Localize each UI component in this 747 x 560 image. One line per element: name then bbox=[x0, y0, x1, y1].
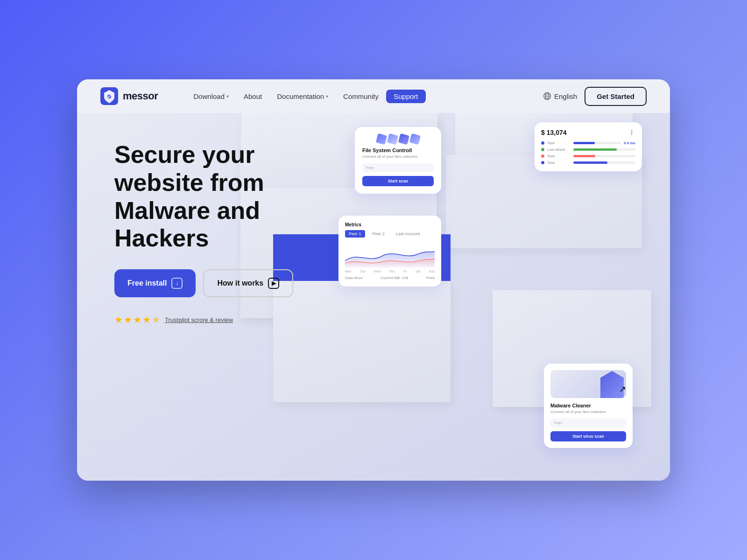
dash-label-4: Task bbox=[547, 161, 571, 165]
file-system-path-input[interactable]: Path bbox=[362, 163, 434, 172]
file-system-title: File System Controll bbox=[362, 147, 434, 153]
dash-row-4: Task bbox=[541, 161, 635, 165]
chart-label-sun: Sun bbox=[429, 270, 435, 273]
how-it-works-button[interactable]: How it works ▶ bbox=[203, 269, 293, 297]
crystal-4 bbox=[409, 133, 420, 145]
chart-label-thu: Thu bbox=[389, 270, 395, 273]
free-install-button[interactable]: Free install ↓ bbox=[114, 269, 196, 297]
analytics-tabs: Peer 1 Peer 2 Last Account bbox=[345, 230, 435, 238]
dash-label-1: Task bbox=[547, 141, 571, 145]
chart-label-sat: Sat bbox=[416, 270, 421, 273]
malware-scan-button[interactable]: Start virus scan bbox=[550, 431, 626, 441]
malware-subtitle: Connect all of your files collection bbox=[550, 410, 626, 414]
card-dashboard: $ 13,074 Task 0.4 ms bbox=[535, 122, 642, 171]
file-system-subtitle: Connect all of your files collection bbox=[362, 154, 434, 159]
trust-text[interactable]: Trustpilot scrore & review bbox=[165, 316, 233, 323]
dash-label-3: Task bbox=[547, 154, 571, 158]
nav-item-documentation[interactable]: Documentation ▾ bbox=[269, 90, 336, 103]
data-more-value: Current MB: 148 bbox=[381, 276, 408, 280]
hero-section: Secure your website from Malware and Hac… bbox=[77, 113, 670, 481]
nav-item-community[interactable]: Community bbox=[336, 90, 386, 103]
data-point: Point bbox=[426, 276, 435, 280]
analytics-tab-last[interactable]: Last Account bbox=[392, 230, 424, 238]
star-4: ★ bbox=[142, 314, 151, 325]
dash-bar-1 bbox=[573, 142, 621, 144]
dash-row-3: Task bbox=[541, 154, 635, 158]
download-icon: ↓ bbox=[171, 278, 183, 289]
star-1: ★ bbox=[114, 314, 123, 325]
dash-bar-3 bbox=[573, 155, 635, 157]
star-5-half: ★ bbox=[152, 314, 160, 325]
analytics-chart bbox=[345, 242, 435, 268]
crystal-3 bbox=[398, 133, 409, 145]
chevron-down-icon: ▾ bbox=[226, 94, 229, 99]
card-malware: ↗ Malware Cleaner Connect all of your fi… bbox=[544, 364, 633, 448]
card-analytics: Metrics Peer 1 Peer 2 Last Account bbox=[338, 216, 441, 287]
star-rating: ★ ★ ★ ★ ★ bbox=[114, 314, 160, 325]
nav-right: English Get Started bbox=[543, 87, 647, 106]
nav-links: Download ▾ About Documentation ▾ Communi… bbox=[186, 90, 543, 103]
analytics-footer: Data More Current MB: 148 Point bbox=[345, 276, 435, 280]
crystal-2 bbox=[387, 133, 398, 145]
chevron-down-icon: ▾ bbox=[326, 94, 328, 99]
dash-dot-1 bbox=[541, 141, 544, 145]
analytics-tab-peer1[interactable]: Peer 1 bbox=[345, 230, 365, 238]
dash-bar-fill-1 bbox=[573, 142, 595, 144]
trust-row: ★ ★ ★ ★ ★ Trustpilot scrore & review bbox=[114, 314, 310, 325]
dashboard-header: $ 13,074 bbox=[541, 129, 635, 136]
dash-bar-fill-4 bbox=[573, 161, 607, 164]
star-3: ★ bbox=[133, 314, 141, 325]
malware-title: Malware Cleaner bbox=[550, 403, 626, 408]
chart-labels: Mon Tue Wed Thu Fri Sat Sun bbox=[345, 270, 435, 273]
hero-title: Secure your website from Malware and Hac… bbox=[114, 141, 310, 252]
dash-val-1: 0.4 ms bbox=[624, 141, 635, 145]
analytics-title: Metrics bbox=[345, 222, 435, 227]
dashboard-rows: Task 0.4 ms Last attack Task bbox=[541, 141, 635, 165]
chart-label-fri: Fri bbox=[403, 270, 407, 273]
chart-label-mon: Mon bbox=[345, 270, 352, 273]
dash-bar-2 bbox=[573, 148, 635, 151]
language-selector[interactable]: English bbox=[543, 92, 577, 100]
nav-item-download[interactable]: Download ▾ bbox=[186, 90, 236, 103]
chart-label-tue: Tue bbox=[360, 270, 366, 273]
dash-bar-4 bbox=[573, 161, 635, 164]
dash-label-2: Last attack bbox=[547, 147, 571, 152]
data-more-label: Data More bbox=[345, 276, 362, 280]
get-started-button[interactable]: Get Started bbox=[585, 87, 647, 106]
nav-item-about[interactable]: About bbox=[236, 90, 269, 103]
dash-bar-fill-2 bbox=[573, 148, 617, 151]
file-system-scan-button[interactable]: Start scan bbox=[362, 176, 434, 186]
wave-chart bbox=[345, 242, 435, 268]
hero-content: Secure your website from Malware and Hac… bbox=[114, 141, 310, 325]
main-card: messor Download ▾ About Documentation ▾ … bbox=[77, 79, 670, 481]
crystal-1 bbox=[375, 133, 387, 145]
logo-text: messor bbox=[123, 90, 158, 102]
logo-area[interactable]: messor bbox=[100, 87, 158, 105]
svg-point-7 bbox=[631, 130, 633, 132]
cursor-icon: ↗ bbox=[619, 384, 626, 394]
language-label: English bbox=[554, 92, 577, 100]
nav-item-support[interactable]: Support bbox=[386, 90, 426, 103]
analytics-tab-peer2[interactable]: Peer 2 bbox=[369, 230, 389, 238]
play-icon: ▶ bbox=[268, 278, 279, 289]
navbar: messor Download ▾ About Documentation ▾ … bbox=[77, 79, 670, 113]
dashboard-amount: $ 13,074 bbox=[541, 129, 567, 136]
dash-dot-3 bbox=[541, 154, 544, 158]
logo-icon bbox=[100, 87, 118, 105]
malware-hero-image: ↗ bbox=[550, 370, 626, 398]
crystal-icons bbox=[362, 134, 434, 144]
globe-icon bbox=[543, 92, 551, 100]
dash-dot-2 bbox=[541, 148, 544, 151]
chart-label-wed: Wed bbox=[374, 270, 381, 273]
more-icon bbox=[628, 129, 635, 136]
card-file-system: File System Controll Connect all of your… bbox=[355, 127, 441, 194]
dash-bar-fill-3 bbox=[573, 155, 595, 157]
dash-row-1: Task 0.4 ms bbox=[541, 141, 635, 145]
star-2: ★ bbox=[124, 314, 132, 325]
hero-buttons: Free install ↓ How it works ▶ bbox=[114, 269, 310, 297]
svg-point-9 bbox=[631, 134, 633, 135]
dash-dot-4 bbox=[541, 161, 544, 164]
svg-point-8 bbox=[631, 132, 633, 133]
malware-path-input[interactable]: Path bbox=[550, 419, 626, 427]
dash-row-2: Last attack bbox=[541, 147, 635, 152]
